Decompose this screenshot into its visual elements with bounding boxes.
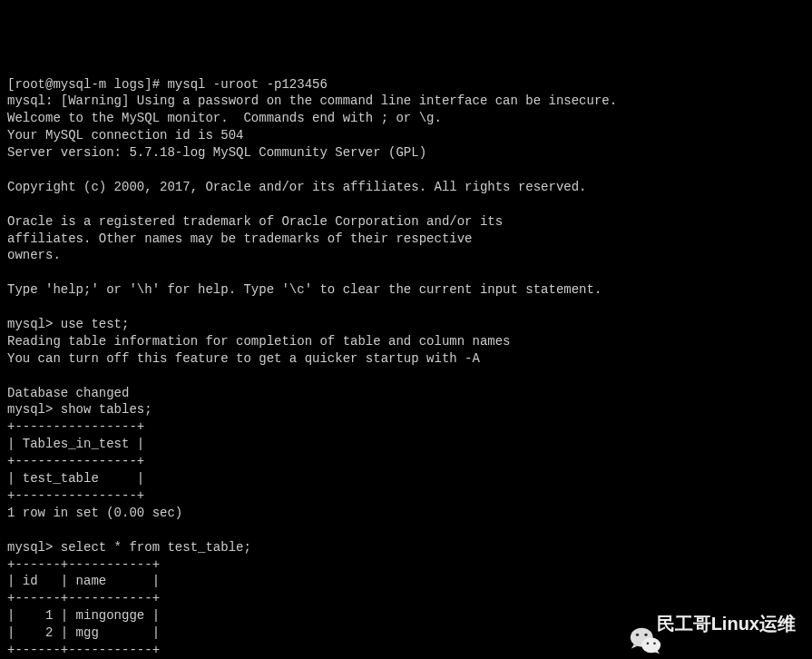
table-border: +------+-----------+ [7,591,160,605]
output-line: affiliates. Other names may be trademark… [7,231,472,246]
svg-point-4 [647,642,650,644]
mysql-prompt: mysql> [7,540,61,555]
mysql-command: show tables; [61,402,152,417]
svg-point-2 [636,634,639,636]
mysql-prompt: mysql> [7,317,61,331]
table-row: | 1 | mingongge | [7,608,160,623]
output-line: You can turn off this feature to get a q… [7,351,480,366]
mysql-prompt: mysql> [7,402,61,417]
output-line: Database changed [7,386,129,400]
table-border: +----------------+ [7,419,144,434]
table-header: | id | name | [7,574,160,588]
output-line: Oracle is a registered trademark of Orac… [7,214,503,229]
mysql-command: select * from test_table; [61,540,251,555]
output-line: Your MySQL connection id is 504 [7,128,243,143]
wechat-icon [615,606,650,641]
output-line: owners. [7,248,61,262]
terminal-output[interactable]: [root@mysql-m logs]# mysql -uroot -p1234… [7,76,805,659]
table-header: | Tables_in_test | [7,437,144,451]
table-border: +------+-----------+ [7,643,160,657]
output-line: Type 'help;' or '\h' for help. Type '\c'… [7,282,602,297]
output-line: Server version: 5.7.18-log MySQL Communi… [7,145,426,160]
watermark: 民工哥Linux运维 [615,606,796,641]
result-summary: 1 row in set (0.00 sec) [7,506,182,520]
mysql-command: use test; [61,317,130,331]
table-border: +----------------+ [7,454,144,468]
table-border: +------+-----------+ [7,557,160,572]
output-line: Copyright (c) 2000, 2017, Oracle and/or … [7,180,587,194]
svg-point-5 [653,642,656,644]
table-border: +----------------+ [7,488,144,503]
output-line: mysql: [Warning] Using a password on the… [7,93,617,108]
svg-point-1 [641,637,660,653]
output-line: Reading table information for completion… [7,334,511,349]
svg-point-3 [645,634,648,636]
watermark-text: 民工哥Linux运维 [657,612,796,636]
table-row: | 2 | mgg | [7,625,160,640]
table-row: | test_table | [7,471,144,486]
shell-prompt: [root@mysql-m logs]# [7,77,167,92]
shell-command: mysql -uroot -p123456 [167,77,327,92]
output-line: Welcome to the MySQL monitor. Commands e… [7,111,442,125]
